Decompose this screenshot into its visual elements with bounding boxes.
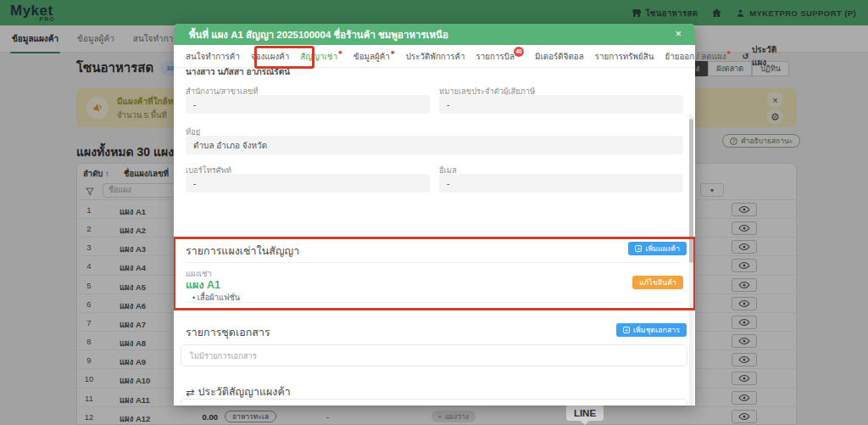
stall-detail-modal: พื้นที่ แผง A1 สัญญา 2025100004 ชื่อร้าน… <box>174 24 695 405</box>
vendor-name-cutoff: นางสาว นภัสสา อาภรณ์รัตน์ <box>186 68 290 75</box>
modal-tab-bar: สนใจทำการค้า จองแผงค้า สัญญาเช่า✱ ข้อมูล… <box>174 45 695 68</box>
rental-stalls-section-title: รายการแผงเช่าในสัญญา <box>186 243 299 260</box>
edit-product-button[interactable]: แก้ไขสินค้า <box>632 276 683 289</box>
tab-move-out[interactable]: ย้ายออก / ลดแผง✱ <box>665 50 731 63</box>
modal-scrollbar-thumb[interactable] <box>689 119 693 263</box>
modal-title: พื้นที่ แผง A1 สัญญา 2025100004 ชื่อร้าน… <box>189 27 448 42</box>
add-document-button[interactable]: +เพิ่มชุดเอกสาร <box>616 323 687 337</box>
history-icon: ↺ <box>743 52 749 61</box>
contract-history-section-title: ⇄ประวัติสัญญาแผงค้า <box>186 383 291 400</box>
tab-vendor-info[interactable]: ข้อมูลผู้ค้า✱ <box>353 50 395 63</box>
tab-stall-booking[interactable]: จองแผงค้า <box>251 50 289 63</box>
plus-icon: + <box>635 245 642 252</box>
close-icon: × <box>675 27 682 40</box>
modal-header: พื้นที่ แผง A1 สัญญา 2025100004 ชื่อร้าน… <box>174 24 695 45</box>
plus-icon: + <box>623 327 630 333</box>
office-field[interactable]: - <box>186 95 430 114</box>
tab-stall-history[interactable]: ↺ประวัติแผง <box>743 43 777 69</box>
tab-rental-contract[interactable]: สัญญาเช่า✱ <box>300 50 342 63</box>
tab-trade-interest[interactable]: สนใจทำการค้า <box>186 50 240 63</box>
modal-close-button[interactable]: × <box>675 27 682 40</box>
contract-history-empty-box: ไม่มีประวัติสัญญาแผงค้า <box>181 399 687 405</box>
required-marker-icon: ✱ <box>727 49 732 55</box>
line-chat-tooltip[interactable]: LINE <box>566 405 604 421</box>
required-marker-icon: ✱ <box>338 49 342 55</box>
bill-count-badge: 40 <box>514 47 524 57</box>
swap-icon: ⇄ <box>186 386 194 399</box>
address-field[interactable]: ตำบล อำเภอ จังหวัด <box>186 136 683 154</box>
bullet-icon: • <box>192 294 195 302</box>
tab-digital-meter[interactable]: มิเตอร์ดิจิตอล <box>535 50 584 63</box>
tab-bills[interactable]: รายการบิล40 <box>476 50 524 63</box>
taxid-field[interactable]: - <box>439 95 683 114</box>
modal-body: นางสาว นภัสสา อาภรณ์รัตน์ สำนักงาน/สาขาเ… <box>174 68 695 405</box>
tab-assets[interactable]: รายการทรัพย์สิน <box>595 50 654 63</box>
required-marker-icon: ✱ <box>391 49 395 55</box>
tab-suspension-history[interactable]: ประวัติพักการค้า <box>406 50 465 63</box>
add-stall-button[interactable]: +เพิ่มแผงค้า <box>628 242 687 255</box>
documents-empty-box: ไม่มีรายการเอกสาร <box>181 344 687 366</box>
email-field[interactable]: - <box>439 174 683 193</box>
phone-field[interactable]: - <box>186 174 430 193</box>
documents-section-title: รายการชุดเอกสาร <box>186 324 270 341</box>
app-screen: Myket PRO โซนอาหารสด MYKETPRO SUPPORT (P… <box>0 0 868 425</box>
